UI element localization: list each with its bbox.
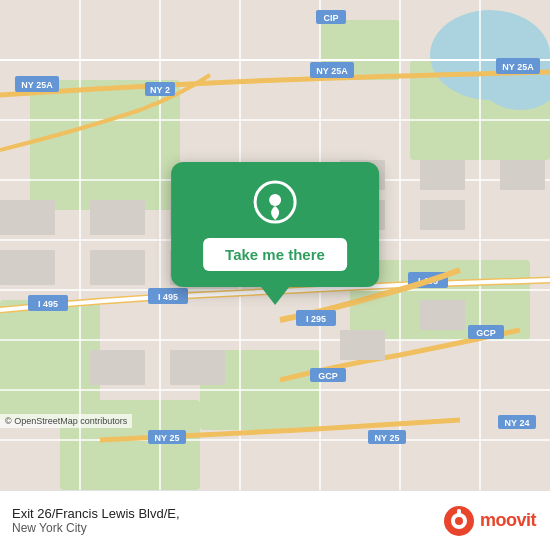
svg-rect-59 [0,250,55,285]
location-pin-icon [253,180,297,224]
svg-text:NY 25: NY 25 [375,433,400,443]
svg-text:NY 25A: NY 25A [316,66,348,76]
svg-rect-63 [90,350,145,385]
footer: Exit 26/Francis Lewis Blvd/E, New York C… [0,490,550,550]
svg-text:NY 25A: NY 25A [21,80,53,90]
map-attribution: © OpenStreetMap contributors [0,414,132,428]
svg-point-71 [455,517,463,525]
svg-rect-64 [170,350,225,385]
moovit-logo: moovit [443,505,536,537]
svg-text:I 495: I 495 [38,299,58,309]
svg-rect-61 [420,200,465,230]
footer-city-name: New York City [12,521,180,535]
svg-rect-1 [30,80,180,210]
moovit-brand-text: moovit [480,510,536,531]
svg-rect-58 [0,200,55,235]
svg-text:I 295: I 295 [306,314,326,324]
map-container: I 495 I 495 I 495 NY 25A NY 25A NY 25A N… [0,0,550,490]
svg-rect-53 [90,250,145,285]
svg-rect-72 [457,509,461,515]
popup-tail [261,287,289,305]
svg-rect-66 [420,300,465,330]
svg-text:CIP: CIP [323,13,338,23]
svg-text:NY 2: NY 2 [150,85,170,95]
moovit-logo-icon [443,505,475,537]
svg-text:NY 25: NY 25 [155,433,180,443]
svg-rect-65 [340,330,385,360]
svg-text:NY 24: NY 24 [505,418,530,428]
svg-text:GCP: GCP [476,328,496,338]
footer-location-info: Exit 26/Francis Lewis Blvd/E, New York C… [12,506,180,535]
svg-rect-60 [420,160,465,190]
svg-point-68 [269,194,281,206]
take-me-there-button[interactable]: Take me there [203,238,347,271]
footer-location-name: Exit 26/Francis Lewis Blvd/E, [12,506,180,521]
svg-text:NY 25A: NY 25A [502,62,534,72]
location-popup: Take me there [171,162,379,305]
svg-text:GCP: GCP [318,371,338,381]
svg-rect-62 [500,160,545,190]
svg-rect-52 [90,200,145,235]
popup-box: Take me there [171,162,379,287]
